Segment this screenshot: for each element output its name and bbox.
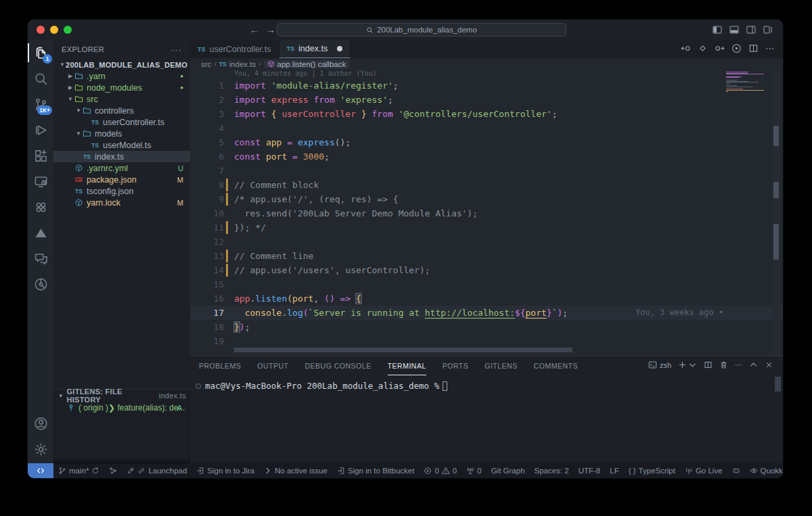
activity-gitlens-icon[interactable] <box>28 271 53 297</box>
activity-figma-icon[interactable] <box>28 194 53 220</box>
activity-extensions-icon[interactable] <box>28 143 53 168</box>
status-encoding[interactable]: UTF-8 <box>574 463 606 478</box>
toggle-primary-sidebar-icon[interactable] <box>712 24 723 35</box>
panel-scrollbar[interactable] <box>775 377 781 392</box>
status-branch-status[interactable]: main* <box>53 463 104 478</box>
activity-remote-explorer-icon[interactable] <box>28 168 53 194</box>
status-launchpad[interactable]: Launchpad <box>122 463 191 478</box>
maximize-panel-icon[interactable] <box>749 360 758 369</box>
code-line-19[interactable]: 19 <box>190 334 783 348</box>
status-jira-signin[interactable]: Sign in to Jira <box>191 463 259 478</box>
activity-comments-icon[interactable] <box>28 245 53 271</box>
panel-tab-gitlens[interactable]: GITLENS <box>484 356 517 375</box>
split-terminal-icon[interactable] <box>704 360 713 369</box>
status-quokka[interactable]: Quokka <box>745 463 784 478</box>
tree-item--yarnrc-yml[interactable]: .yarnrc.ymlU <box>53 162 190 174</box>
tree-item-yarn-lock[interactable]: yarn.lockM <box>53 197 190 208</box>
status-git-graph[interactable]: Git Graph <box>487 463 530 478</box>
tree-item-models[interactable]: ▼models <box>53 128 190 139</box>
status-bitbucket-signin[interactable]: Sign in to Bitbucket <box>332 463 419 478</box>
kill-terminal-icon[interactable] <box>719 360 728 369</box>
activity-accounts-icon[interactable] <box>28 411 53 436</box>
explorer-more-actions-icon[interactable]: ··· <box>171 45 182 55</box>
toggle-secondary-sidebar-icon[interactable] <box>746 24 757 35</box>
code-line-15[interactable]: 15 <box>190 277 783 291</box>
new-terminal-button[interactable] <box>678 360 697 369</box>
activity-settings-icon[interactable] <box>28 436 53 462</box>
activity-run-debug-icon[interactable] <box>28 117 53 143</box>
shell-selector[interactable]: zsh <box>648 360 671 369</box>
panel-tab-terminal[interactable]: TERMINAL <box>388 356 426 375</box>
panel-tab-comments[interactable]: COMMENTS <box>534 356 578 375</box>
code-line-12[interactable]: 12 <box>190 235 783 249</box>
status-ports[interactable]: 0 <box>461 463 486 478</box>
activity-vercel-icon[interactable] <box>28 220 53 245</box>
code-line-14[interactable]: 14// app.use('/users', userController); <box>190 263 783 277</box>
code-line-13[interactable]: 13// Comment line <box>190 249 783 263</box>
dirty-indicator-icon[interactable] <box>337 46 342 51</box>
codelens-annotation[interactable]: You, 4 minutes ago | 1 author (You) <box>234 70 377 78</box>
code-line-8[interactable]: 8// Comment block <box>190 178 783 192</box>
status-problems[interactable]: 00 <box>419 463 461 478</box>
tree-item-node-modules[interactable]: ▶node_modules● <box>53 82 190 93</box>
code-line-2[interactable]: 2import express from 'express'; <box>190 93 783 107</box>
breadcrumb-symbol[interactable]: app.listen() callback <box>264 60 350 68</box>
code-editor[interactable]: You, 4 minutes ago | 1 author (You) 1imp… <box>190 70 783 356</box>
toggle-panel-icon[interactable] <box>729 24 740 35</box>
history-back-icon[interactable]: ← <box>248 24 261 36</box>
tree-item-controllers[interactable]: ▼controllers <box>53 105 190 116</box>
activity-source-control-icon[interactable]: 1K+ <box>28 91 53 117</box>
run-or-debug-icon[interactable] <box>731 43 742 53</box>
customize-layout-icon[interactable] <box>763 24 773 35</box>
status-language-mode[interactable]: { }TypeScript <box>624 463 680 478</box>
next-change-icon[interactable] <box>715 43 725 53</box>
activity-search-icon[interactable] <box>28 66 53 91</box>
panel-tab-output[interactable]: OUTPUT <box>257 356 288 375</box>
horizontal-scrollbar[interactable] <box>234 348 572 352</box>
status-active-issue[interactable]: No active issue <box>259 463 332 478</box>
tree-item-tsconfig-json[interactable]: TStsconfig.json <box>53 185 190 197</box>
more-actions-icon[interactable]: ⋯ <box>765 43 775 53</box>
status-eol[interactable]: LF <box>605 463 623 478</box>
code-line-7[interactable]: 7 <box>190 164 783 178</box>
panel-tab-problems[interactable]: PROBLEMS <box>199 356 241 375</box>
tree-item--yarn[interactable]: ▶.yarn● <box>53 70 190 82</box>
minimap[interactable] <box>726 72 767 93</box>
code-line-9[interactable]: 9/* app.use('/', (req, res) => { <box>190 192 783 206</box>
title-bar[interactable]: ← → 200Lab_module_alias_demo <box>28 20 783 40</box>
close-panel-icon[interactable] <box>765 360 773 369</box>
tab-index-ts[interactable]: TS index.ts <box>279 40 351 58</box>
command-center-search[interactable]: 200Lab_module_alias_demo <box>277 23 566 37</box>
panel-more-actions-icon[interactable]: ⋯ <box>735 360 742 369</box>
breadcrumb-folder[interactable]: src <box>201 60 211 68</box>
tree-item-index-ts[interactable]: TSindex.ts <box>53 151 190 162</box>
file-history-commit-item[interactable]: ( origin )❯ feature(alias): de... A <box>53 402 190 414</box>
activity-explorer-icon[interactable]: 1 <box>28 40 53 66</box>
history-forward-icon[interactable]: → <box>265 24 277 36</box>
minimize-window-button[interactable] <box>50 26 58 34</box>
code-line-4[interactable]: 4 <box>190 121 783 135</box>
tree-item-usercontroller-ts[interactable]: TSuserController.ts <box>53 116 190 128</box>
code-line-3[interactable]: 3import { userController } from '@contro… <box>190 107 783 121</box>
code-line-18[interactable]: 18}); <box>190 320 783 334</box>
code-line-17[interactable]: 17 console.log(`Server is running at htt… <box>190 306 783 320</box>
terminal[interactable]: mac@Vys-MacBook-Pro 200Lab_module_alias_… <box>196 381 447 391</box>
status-remote-indicator[interactable] <box>28 463 53 478</box>
status-gitlens-status[interactable] <box>104 463 122 478</box>
breadcrumb-file[interactable]: index.ts <box>229 60 256 68</box>
code-line-10[interactable]: 10 res.send('200Lab Server Demo Module A… <box>190 206 783 220</box>
panel-tab-ports[interactable]: PORTS <box>443 356 468 375</box>
code-line-11[interactable]: 11}); */ <box>190 220 783 235</box>
tab-usercontroller-ts[interactable]: TS userController.ts <box>190 40 279 58</box>
status-go-live[interactable]: Go Live <box>680 463 727 478</box>
gitlens-file-history-header[interactable]: ▼ GITLENS: FILE HISTORY index.ts <box>53 390 190 402</box>
zoom-window-button[interactable] <box>64 26 72 34</box>
code-line-5[interactable]: 5const app = express(); <box>190 135 783 149</box>
tree-item-200lab-module-alias-demo[interactable]: ▼200LAB_MODULE_ALIAS_DEMO <box>53 59 190 70</box>
open-changes-icon[interactable] <box>698 43 708 53</box>
code-line-16[interactable]: 16app.listen(port, () => { <box>190 291 783 306</box>
tree-item-usermodel-ts[interactable]: TSuserModel.ts <box>53 139 190 151</box>
tree-item-src[interactable]: ▼src <box>53 93 190 105</box>
previous-change-icon[interactable] <box>681 43 691 53</box>
status-indentation[interactable]: Spaces: 2 <box>530 463 574 478</box>
